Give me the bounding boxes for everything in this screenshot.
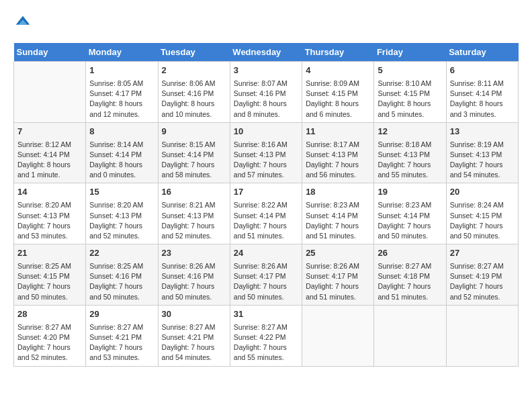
daylight-text: Daylight: 7 hours and 52 minutes. xyxy=(17,343,71,361)
sunrise-text: Sunrise: 8:27 AM xyxy=(89,323,143,331)
calendar-cell: 29Sunrise: 8:27 AMSunset: 4:21 PMDayligh… xyxy=(86,305,158,366)
daylight-text: Daylight: 7 hours and 51 minutes. xyxy=(378,282,431,300)
sunset-text: Sunset: 4:13 PM xyxy=(378,150,430,158)
calendar-cell: 30Sunrise: 8:27 AMSunset: 4:21 PMDayligh… xyxy=(158,305,230,366)
sunrise-text: Sunrise: 8:23 AM xyxy=(378,201,431,209)
day-number: 1 xyxy=(89,64,154,77)
daylight-text: Daylight: 7 hours and 50 minutes. xyxy=(89,282,142,300)
daylight-text: Daylight: 7 hours and 58 minutes. xyxy=(162,161,215,179)
daylight-text: Daylight: 7 hours and 50 minutes. xyxy=(450,222,503,240)
calendar-week-row: 7Sunrise: 8:12 AMSunset: 4:14 PMDaylight… xyxy=(14,122,519,183)
sunrise-text: Sunrise: 8:26 AM xyxy=(306,262,359,270)
day-number: 9 xyxy=(162,126,226,138)
daylight-text: Daylight: 7 hours and 52 minutes. xyxy=(89,222,142,240)
sunset-text: Sunset: 4:14 PM xyxy=(162,150,214,158)
calendar-cell: 5Sunrise: 8:10 AMSunset: 4:15 PMDaylight… xyxy=(374,62,446,123)
sunrise-text: Sunrise: 8:24 AM xyxy=(450,201,504,209)
sunset-text: Sunset: 4:19 PM xyxy=(450,272,502,280)
sunrise-text: Sunrise: 8:09 AM xyxy=(306,79,359,87)
calendar-cell: 14Sunrise: 8:20 AMSunset: 4:13 PMDayligh… xyxy=(14,183,86,244)
day-number: 5 xyxy=(378,64,442,77)
day-number: 20 xyxy=(450,186,515,199)
daylight-text: Daylight: 7 hours and 55 minutes. xyxy=(378,161,431,179)
day-number: 28 xyxy=(17,308,82,321)
sunrise-text: Sunrise: 8:15 AM xyxy=(162,140,216,148)
daylight-text: Daylight: 7 hours and 51 minutes. xyxy=(234,222,287,240)
daylight-text: Daylight: 8 hours and 5 minutes. xyxy=(378,99,431,118)
calendar-cell: 31Sunrise: 8:27 AMSunset: 4:22 PMDayligh… xyxy=(230,305,302,366)
calendar-cell: 12Sunrise: 8:18 AMSunset: 4:13 PMDayligh… xyxy=(374,122,446,183)
sunrise-text: Sunrise: 8:27 AM xyxy=(378,262,431,270)
day-number: 17 xyxy=(234,186,298,199)
calendar-week-row: 14Sunrise: 8:20 AMSunset: 4:13 PMDayligh… xyxy=(14,183,519,244)
calendar-cell: 20Sunrise: 8:24 AMSunset: 4:15 PMDayligh… xyxy=(446,183,518,244)
sunrise-text: Sunrise: 8:11 AM xyxy=(450,79,504,87)
sunrise-text: Sunrise: 8:14 AM xyxy=(89,140,143,148)
sunset-text: Sunset: 4:18 PM xyxy=(378,272,430,280)
daylight-text: Daylight: 7 hours and 51 minutes. xyxy=(306,222,359,240)
day-number: 8 xyxy=(89,126,154,138)
daylight-text: Daylight: 7 hours and 50 minutes. xyxy=(162,282,215,300)
sunrise-text: Sunrise: 8:10 AM xyxy=(378,79,431,87)
sunrise-text: Sunrise: 8:06 AM xyxy=(162,79,216,87)
sunset-text: Sunset: 4:17 PM xyxy=(306,272,358,280)
day-number: 16 xyxy=(162,186,226,199)
day-number: 25 xyxy=(306,247,370,260)
calendar-cell xyxy=(302,305,374,366)
day-number: 18 xyxy=(306,186,370,199)
sunset-text: Sunset: 4:14 PM xyxy=(450,89,502,97)
daylight-text: Daylight: 7 hours and 50 minutes. xyxy=(234,282,287,300)
calendar-cell: 6Sunrise: 8:11 AMSunset: 4:14 PMDaylight… xyxy=(446,62,518,123)
sunset-text: Sunset: 4:21 PM xyxy=(89,333,142,341)
logo-icon xyxy=(13,13,32,32)
day-number: 21 xyxy=(17,247,82,260)
calendar-week-row: 1Sunrise: 8:05 AMSunset: 4:17 PMDaylight… xyxy=(14,62,519,123)
sunrise-text: Sunrise: 8:23 AM xyxy=(306,201,359,209)
daylight-text: Daylight: 7 hours and 52 minutes. xyxy=(162,222,215,240)
day-number: 29 xyxy=(89,308,154,321)
calendar-cell: 26Sunrise: 8:27 AMSunset: 4:18 PMDayligh… xyxy=(374,244,446,306)
calendar-cell: 15Sunrise: 8:20 AMSunset: 4:13 PMDayligh… xyxy=(86,183,158,244)
sunset-text: Sunset: 4:14 PM xyxy=(89,150,142,158)
day-number: 7 xyxy=(17,126,82,138)
weekday-header-saturday: Saturday xyxy=(446,43,518,62)
sunset-text: Sunset: 4:13 PM xyxy=(162,212,214,220)
sunset-text: Sunset: 4:14 PM xyxy=(378,212,430,220)
daylight-text: Daylight: 8 hours and 3 minutes. xyxy=(450,99,503,118)
sunrise-text: Sunrise: 8:21 AM xyxy=(162,201,216,209)
daylight-text: Daylight: 8 hours and 10 minutes. xyxy=(162,99,215,118)
calendar-header: SundayMondayTuesdayWednesdayThursdayFrid… xyxy=(14,43,519,62)
day-number: 27 xyxy=(450,247,515,260)
sunset-text: Sunset: 4:15 PM xyxy=(378,89,430,97)
calendar-cell xyxy=(14,62,86,123)
daylight-text: Daylight: 7 hours and 57 minutes. xyxy=(234,161,287,179)
sunset-text: Sunset: 4:16 PM xyxy=(234,89,286,97)
calendar-cell: 23Sunrise: 8:26 AMSunset: 4:16 PMDayligh… xyxy=(158,244,230,306)
day-number: 26 xyxy=(378,247,442,260)
sunrise-text: Sunrise: 8:18 AM xyxy=(378,140,431,148)
sunset-text: Sunset: 4:13 PM xyxy=(450,150,502,158)
day-number: 4 xyxy=(306,64,370,77)
sunset-text: Sunset: 4:17 PM xyxy=(89,89,142,97)
daylight-text: Daylight: 8 hours and 6 minutes. xyxy=(306,99,359,118)
day-number: 12 xyxy=(378,126,442,138)
calendar-cell: 19Sunrise: 8:23 AMSunset: 4:14 PMDayligh… xyxy=(374,183,446,244)
weekday-header-wednesday: Wednesday xyxy=(230,43,302,62)
day-number: 19 xyxy=(378,186,442,199)
calendar-table: SundayMondayTuesdayWednesdayThursdayFrid… xyxy=(13,43,519,367)
sunrise-text: Sunrise: 8:27 AM xyxy=(17,323,71,331)
daylight-text: Daylight: 8 hours and 12 minutes. xyxy=(89,99,142,118)
daylight-text: Daylight: 7 hours and 52 minutes. xyxy=(450,282,503,300)
daylight-text: Daylight: 8 hours and 0 minutes. xyxy=(89,161,142,179)
sunset-text: Sunset: 4:16 PM xyxy=(89,272,142,280)
calendar-cell: 16Sunrise: 8:21 AMSunset: 4:13 PMDayligh… xyxy=(158,183,230,244)
day-number: 30 xyxy=(162,308,226,321)
sunset-text: Sunset: 4:15 PM xyxy=(17,272,70,280)
calendar-cell: 18Sunrise: 8:23 AMSunset: 4:14 PMDayligh… xyxy=(302,183,374,244)
calendar-cell: 8Sunrise: 8:14 AMSunset: 4:14 PMDaylight… xyxy=(86,122,158,183)
sunrise-text: Sunrise: 8:16 AM xyxy=(234,140,287,148)
day-number: 23 xyxy=(162,247,226,260)
calendar-cell: 21Sunrise: 8:25 AMSunset: 4:15 PMDayligh… xyxy=(14,244,86,306)
daylight-text: Daylight: 8 hours and 8 minutes. xyxy=(234,99,287,118)
calendar-cell: 7Sunrise: 8:12 AMSunset: 4:14 PMDaylight… xyxy=(14,122,86,183)
